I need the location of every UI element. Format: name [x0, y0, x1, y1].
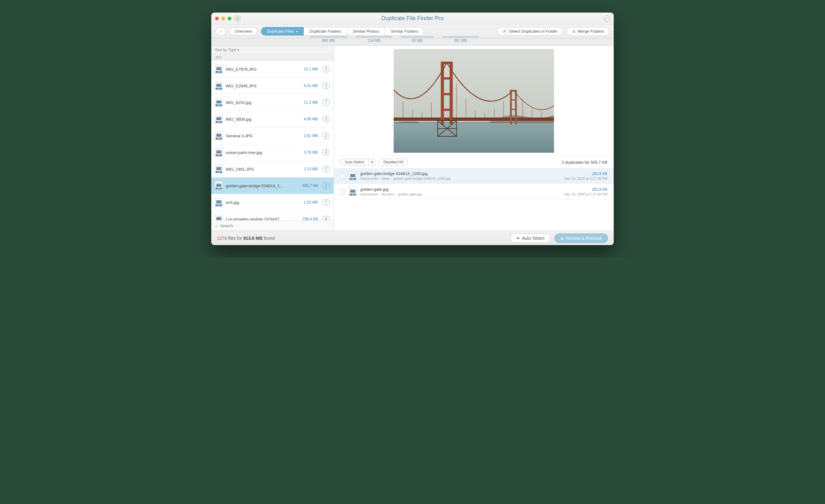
auto-select-button[interactable]: Auto Select: [340, 159, 369, 166]
file-name: golden-gate-bridge-534614_1...: [226, 183, 299, 188]
duplicate-row[interactable]: golden-gate-bridge-534614_1280.jpgDocume…: [334, 168, 614, 184]
file-thumb-icon: [215, 115, 223, 123]
deselect-all-button[interactable]: Deselect All: [379, 159, 408, 166]
svg-point-0: [236, 17, 239, 20]
minimize-window-button[interactable]: [221, 17, 225, 20]
preview-area: Auto Select ▾ Deselect All 2 duplicates …: [334, 46, 614, 231]
tab-size-similar-folders: 397 MB: [438, 38, 483, 43]
button-label: Review & Remove: [566, 236, 602, 241]
window-controls: [215, 17, 231, 20]
file-row[interactable]: IMG_E2945.JPG6.42 MB2: [211, 78, 333, 94]
duplicate-count-badge: 4: [322, 216, 330, 220]
file-thumb-icon: [215, 98, 223, 107]
duplicate-count-badge: 2: [322, 133, 330, 139]
svg-rect-13: [441, 62, 453, 64]
file-size: 505.7 KB: [302, 183, 318, 188]
file-thumb-icon: [215, 181, 223, 190]
file-name: ocean-palm-tree.jpg: [226, 150, 301, 155]
duplicate-count-badge: 2: [322, 166, 330, 172]
tab-duplicate-folders[interactable]: Duplicate Folders: [304, 27, 347, 35]
chevron-down-icon: ▾: [237, 48, 239, 52]
file-row[interactable]: golden-gate-bridge-534614_1...505.7 KB2: [211, 177, 333, 194]
select-duplicates-in-folder-button[interactable]: Select Duplicates in Folder: [498, 27, 563, 35]
file-size: 2.61 MB: [304, 134, 318, 138]
file-row[interactable]: IMG_E7876.JPG10.1 MB2: [211, 61, 333, 78]
duplicate-date: Dec 10, 2020 at 1:27:48 PM: [565, 192, 607, 196]
rss-icon[interactable]: [604, 15, 610, 22]
auto-select-menu-button[interactable]: ▾: [369, 159, 376, 166]
duplicate-count-badge: 7: [322, 199, 330, 205]
file-thumb-icon: [215, 215, 223, 220]
tab-similar-folders[interactable]: Similar Folders: [385, 27, 424, 35]
back-button[interactable]: ‹: [216, 27, 226, 35]
duplicate-size: 252.8 KB: [565, 187, 607, 192]
file-size: 736.4 KB: [302, 217, 318, 220]
duplicate-path: Documents›ideas›golden-gate-bridge-53461…: [360, 177, 560, 180]
overview-button[interactable]: Overview: [229, 27, 257, 35]
footer-auto-select-button[interactable]: Auto Select: [510, 234, 550, 243]
file-list: IMG_E7876.JPG10.1 MB2IMG_E2945.JPG6.42 M…: [211, 61, 333, 220]
tab-label: Duplicate Files: [267, 29, 294, 33]
file-thumb-icon: [215, 165, 223, 173]
duplicate-meta: 252.8 KBDec 10, 2020 at 1:27:36 PM: [565, 172, 607, 180]
zoom-window-button[interactable]: [228, 17, 231, 20]
svg-rect-17: [510, 90, 512, 124]
crosshair-icon[interactable]: [235, 16, 240, 21]
tab-size-duplicate-files: 696 MB: [306, 38, 351, 43]
file-row[interactable]: Los-Angeles-skyline-1024x57...736.4 KB4: [211, 211, 333, 220]
tab-label: Similar Folders: [391, 29, 418, 33]
duplicate-info: golden-gate.jpgDocuments›My docs›golden-…: [360, 187, 560, 196]
review-remove-button[interactable]: Review & Remove: [554, 234, 608, 243]
duplicate-size: 252.8 KB: [565, 172, 607, 176]
footer: 1274 files for 913.6 MB found Auto Selec…: [211, 231, 614, 245]
tab-size-duplicate-folders: 154 MB: [351, 38, 397, 43]
file-size: 2.13 MB: [304, 167, 318, 171]
search-input[interactable]: [220, 224, 330, 228]
tab-similar-photos[interactable]: Similar Photos: [347, 27, 385, 35]
duplicate-row[interactable]: golden-gate.jpgDocuments›My docs›golden-…: [334, 184, 614, 199]
file-thumb-icon: [215, 148, 223, 157]
category-tabs: Duplicate Files ▾ Duplicate Folders Simi…: [261, 27, 424, 35]
sidebar: Sort by Type ▾ JPG IMG_E7876.JPG10.1 MB2…: [211, 46, 334, 231]
chevron-left-icon: ‹: [220, 29, 221, 33]
file-row[interactable]: IMG_6153.jpg21.3 MB7: [211, 94, 333, 111]
file-name: General 3.JPG: [226, 134, 301, 138]
tab-duplicate-files[interactable]: Duplicate Files ▾: [261, 27, 304, 35]
file-size: 3.76 MB: [304, 150, 318, 155]
svg-rect-14: [441, 77, 453, 80]
file-size: 4.95 MB: [304, 117, 318, 121]
sort-dropdown[interactable]: Sort by Type ▾: [211, 46, 333, 54]
duplicate-count-badge: 2: [322, 83, 330, 89]
titlebar: Duplicate File Finder Pro: [211, 13, 614, 24]
wand-icon: [516, 236, 520, 241]
search-icon: ⌕: [215, 223, 218, 228]
checkbox[interactable]: [340, 189, 345, 194]
svg-rect-21: [510, 109, 517, 110]
app-window: Duplicate File Finder Pro ‹ Overview Dup…: [211, 13, 614, 245]
target-icon: [503, 29, 507, 33]
duplicate-count-badge: 2: [322, 183, 330, 189]
file-thumb-icon: [349, 187, 357, 196]
auto-select-split-button: Auto Select ▾: [340, 159, 376, 166]
file-name: IMG_2461.JPG: [226, 167, 301, 172]
file-row[interactable]: IMG_5608.jpg4.95 MB2: [211, 111, 333, 128]
status-text: 1274 files for 913.6 MB found: [217, 236, 275, 241]
merge-folders-button[interactable]: Merge Folders: [567, 27, 609, 36]
file-row[interactable]: IMG_2461.JPG2.13 MB2: [211, 161, 333, 177]
file-size: 21.3 MB: [304, 100, 318, 105]
file-row[interactable]: ocean-palm-tree.jpg3.76 MB3: [211, 144, 333, 161]
file-count: 1274: [217, 236, 227, 241]
merge-icon: [572, 29, 576, 34]
file-row[interactable]: en5.jpg1.53 MB7: [211, 194, 333, 211]
file-name: IMG_E2945.JPG: [226, 84, 301, 88]
checkbox[interactable]: [340, 173, 345, 178]
file-name: IMG_5608.jpg: [226, 117, 301, 121]
file-size: 6.42 MB: [304, 84, 318, 88]
close-window-button[interactable]: [215, 17, 219, 20]
file-thumb-icon: [215, 198, 223, 207]
file-thumb-icon: [349, 172, 357, 180]
button-label: Merge Folders: [578, 29, 604, 33]
duplicate-toolbar: Auto Select ▾ Deselect All 2 duplicates …: [334, 156, 614, 168]
file-name: Los-Angeles-skyline-1024x57...: [226, 217, 299, 221]
file-row[interactable]: General 3.JPG2.61 MB2: [211, 128, 333, 144]
